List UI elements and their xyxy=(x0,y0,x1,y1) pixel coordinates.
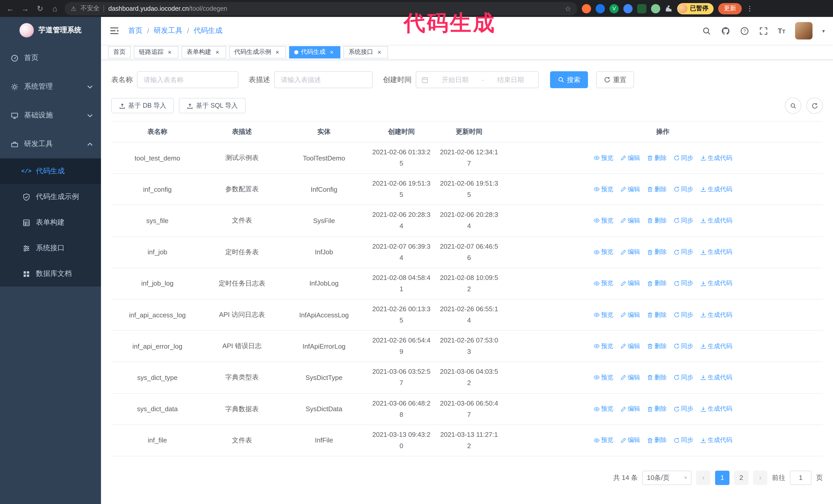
close-icon[interactable] xyxy=(214,48,221,56)
extension-icon-blue[interactable] xyxy=(596,4,605,13)
browser-menu-icon[interactable] xyxy=(746,5,752,12)
browser-reload-icon[interactable] xyxy=(35,0,45,17)
edit-link[interactable]: 编辑 xyxy=(620,185,640,194)
generate-code-link[interactable]: 生成代码 xyxy=(700,405,732,413)
sync-link[interactable]: 同步 xyxy=(673,405,693,413)
sidebar-item-api[interactable]: 系统接口 xyxy=(0,235,101,261)
prev-page-button[interactable]: ‹ xyxy=(696,471,711,485)
generate-code-link[interactable]: 生成代码 xyxy=(700,185,732,194)
sidebar-item-devtools[interactable]: 研发工具 xyxy=(0,130,101,159)
preview-link[interactable]: 预览 xyxy=(593,405,613,413)
preview-link[interactable]: 预览 xyxy=(593,153,613,162)
edit-link[interactable]: 编辑 xyxy=(620,373,640,382)
delete-link[interactable]: 删除 xyxy=(647,310,667,319)
browser-back-icon[interactable] xyxy=(5,0,15,17)
close-icon[interactable] xyxy=(328,48,335,56)
breadcrumb-home[interactable]: 首页 xyxy=(128,26,143,35)
close-icon[interactable] xyxy=(274,48,281,56)
app-logo[interactable]: 芋道管理系统 xyxy=(0,17,101,44)
preview-link[interactable]: 预览 xyxy=(593,216,613,225)
sidebar-item-form-builder[interactable]: 表单构建 xyxy=(0,210,101,235)
extension-icon-orange[interactable] xyxy=(582,4,591,13)
edit-link[interactable]: 编辑 xyxy=(620,342,640,351)
page-button-2[interactable]: 2 xyxy=(734,471,748,485)
delete-link[interactable]: 删除 xyxy=(647,216,667,225)
extension-icon-people[interactable] xyxy=(623,4,633,13)
sidebar-item-infrastructure[interactable]: 基础设施 xyxy=(0,101,101,130)
edit-link[interactable]: 编辑 xyxy=(620,436,640,445)
font-size-icon[interactable]: TT xyxy=(778,27,785,34)
extension-icon-leaf[interactable] xyxy=(651,4,660,13)
generate-code-link[interactable]: 生成代码 xyxy=(700,342,732,351)
breadcrumb-devtools[interactable]: 研发工具 xyxy=(154,26,183,35)
import-db-button[interactable]: 基于 DB 导入 xyxy=(111,98,174,113)
toggle-search-button[interactable] xyxy=(785,97,801,114)
generate-code-link[interactable]: 生成代码 xyxy=(700,310,732,319)
sidebar-item-codegen-example[interactable]: 代码生成示例 xyxy=(0,184,101,210)
close-icon[interactable] xyxy=(376,48,383,56)
search-icon[interactable] xyxy=(702,26,711,35)
table-name-input[interactable] xyxy=(137,71,238,88)
bookmark-star-icon[interactable] xyxy=(565,4,571,13)
preview-link[interactable]: 预览 xyxy=(593,185,613,194)
delete-link[interactable]: 删除 xyxy=(647,436,667,445)
tab-api[interactable]: 系统接口 xyxy=(343,46,388,58)
preview-link[interactable]: 预览 xyxy=(593,342,613,351)
sidebar-item-home[interactable]: 首页 xyxy=(0,44,101,72)
edit-link[interactable]: 编辑 xyxy=(620,248,640,256)
table-desc-input[interactable] xyxy=(274,71,373,88)
preview-link[interactable]: 预览 xyxy=(593,373,613,382)
search-button[interactable]: 搜索 xyxy=(550,71,588,88)
edit-link[interactable]: 编辑 xyxy=(620,153,640,162)
extension-icon-green-check[interactable]: V xyxy=(610,4,619,13)
sidebar-item-system[interactable]: 系统管理 xyxy=(0,72,101,101)
import-sql-button[interactable]: 基于 SQL 导入 xyxy=(179,98,245,113)
sync-link[interactable]: 同步 xyxy=(673,373,693,382)
extension-icon-dark[interactable] xyxy=(637,4,646,13)
delete-link[interactable]: 删除 xyxy=(647,185,667,194)
tab-codegen-example[interactable]: 代码生成示例 xyxy=(229,46,286,58)
extensions-puzzle-icon[interactable] xyxy=(665,5,672,12)
edit-link[interactable]: 编辑 xyxy=(620,405,640,413)
user-avatar[interactable] xyxy=(795,22,812,40)
edit-link[interactable]: 编辑 xyxy=(620,279,640,288)
tab-trace[interactable]: 链路追踪 xyxy=(134,46,178,58)
sync-link[interactable]: 同步 xyxy=(673,185,693,194)
github-icon[interactable] xyxy=(721,26,730,35)
page-button-1[interactable]: 1 xyxy=(715,471,730,485)
generate-code-link[interactable]: 生成代码 xyxy=(700,373,732,382)
generate-code-link[interactable]: 生成代码 xyxy=(700,153,732,162)
delete-link[interactable]: 删除 xyxy=(647,248,667,256)
sync-link[interactable]: 同步 xyxy=(673,342,693,351)
tab-home[interactable]: 首页 xyxy=(108,46,131,58)
sync-link[interactable]: 同步 xyxy=(673,310,693,319)
fullscreen-icon[interactable] xyxy=(759,26,768,35)
delete-link[interactable]: 删除 xyxy=(647,342,667,351)
generate-code-link[interactable]: 生成代码 xyxy=(700,436,732,445)
edit-link[interactable]: 编辑 xyxy=(620,216,640,225)
edit-link[interactable]: 编辑 xyxy=(620,310,640,319)
generate-code-link[interactable]: 生成代码 xyxy=(700,279,732,288)
goto-page-input[interactable] xyxy=(790,471,811,485)
preview-link[interactable]: 预览 xyxy=(593,279,613,288)
sync-link[interactable]: 同步 xyxy=(673,216,693,225)
delete-link[interactable]: 删除 xyxy=(647,153,667,162)
sync-link[interactable]: 同步 xyxy=(673,248,693,256)
page-size-select[interactable]: 10条/页 xyxy=(642,471,691,485)
preview-link[interactable]: 预览 xyxy=(593,310,613,319)
create-time-range-picker[interactable]: 开始日期 - 结束日期 xyxy=(416,71,539,88)
sync-link[interactable]: 同步 xyxy=(673,153,693,162)
address-bar[interactable]: 不安全 dashboard.yudao.iocoder.cn/tool/code… xyxy=(65,2,577,15)
next-page-button[interactable]: › xyxy=(753,471,767,485)
refresh-button[interactable] xyxy=(806,97,823,114)
tab-codegen[interactable]: 代码生成 xyxy=(289,46,340,58)
preview-link[interactable]: 预览 xyxy=(593,248,613,256)
delete-link[interactable]: 删除 xyxy=(647,405,667,413)
reset-button[interactable]: 重置 xyxy=(596,71,634,88)
hamburger-icon[interactable] xyxy=(109,26,119,36)
delete-link[interactable]: 删除 xyxy=(647,279,667,288)
generate-code-link[interactable]: 生成代码 xyxy=(700,248,732,256)
sync-link[interactable]: 同步 xyxy=(673,279,693,288)
browser-home-icon[interactable] xyxy=(50,0,60,17)
sidebar-item-codegen[interactable]: 代码生成 xyxy=(0,159,101,184)
